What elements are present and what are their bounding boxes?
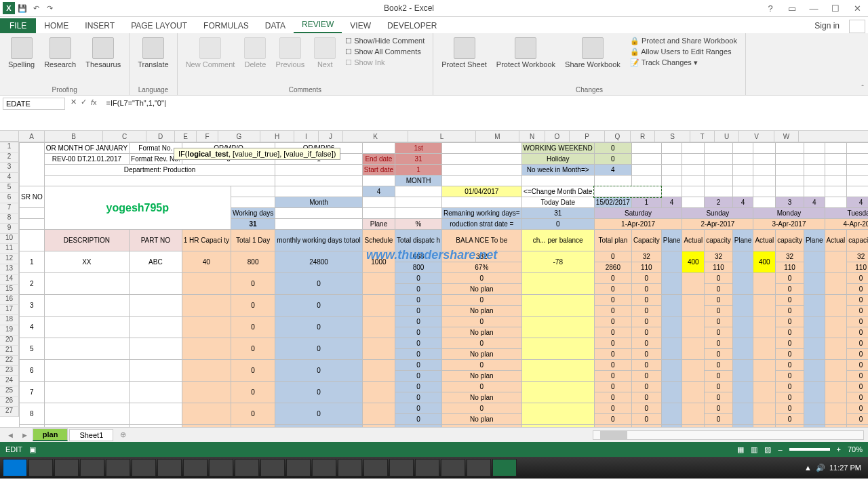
cell[interactable]: 0 bbox=[847, 349, 868, 360]
cell[interactable] bbox=[182, 382, 231, 403]
col-header[interactable]: C bbox=[103, 131, 146, 142]
cell[interactable]: 0 bbox=[776, 306, 804, 317]
cell[interactable]: 0 bbox=[395, 425, 442, 428]
cell[interactable] bbox=[753, 165, 776, 176]
col-header[interactable]: R bbox=[631, 131, 655, 142]
cell[interactable] bbox=[804, 403, 825, 425]
cell[interactable]: 4 bbox=[661, 197, 682, 208]
row-header[interactable]: 6 bbox=[0, 193, 19, 203]
cell[interactable]: Capacity bbox=[631, 230, 661, 251]
cell[interactable]: 0 bbox=[275, 403, 362, 425]
cell[interactable]: 0 bbox=[631, 425, 661, 428]
cell[interactable] bbox=[44, 295, 129, 317]
cell[interactable] bbox=[753, 403, 776, 425]
cell[interactable]: 0 bbox=[705, 392, 733, 403]
cell[interactable] bbox=[631, 154, 661, 165]
cell[interactable] bbox=[682, 317, 705, 338]
cell[interactable]: SR NO bbox=[20, 186, 45, 208]
cell[interactable] bbox=[631, 165, 661, 176]
cell[interactable] bbox=[682, 186, 705, 197]
cell[interactable]: 0 bbox=[395, 338, 442, 349]
col-header[interactable]: V bbox=[739, 131, 774, 142]
cell[interactable] bbox=[362, 360, 395, 382]
cell[interactable] bbox=[521, 295, 594, 317]
cell[interactable] bbox=[130, 403, 182, 425]
cell[interactable]: 32 bbox=[847, 251, 868, 262]
next-comment-button[interactable]: Next bbox=[311, 36, 338, 85]
redo-icon[interactable]: ↷ bbox=[43, 2, 56, 14]
cell[interactable]: 0 bbox=[594, 338, 631, 349]
maximize-icon[interactable]: ☐ bbox=[827, 3, 844, 14]
cell[interactable]: No plan bbox=[442, 414, 522, 425]
cell[interactable]: Today Date bbox=[521, 197, 594, 208]
tab-data[interactable]: DATA bbox=[257, 18, 294, 33]
cell[interactable] bbox=[130, 338, 182, 360]
cell[interactable] bbox=[44, 382, 129, 403]
protect-workbook-button[interactable]: Protect Workbook bbox=[494, 36, 558, 85]
row-header[interactable]: 22 bbox=[0, 356, 19, 366]
row-header[interactable]: 4 bbox=[0, 173, 19, 183]
cell[interactable] bbox=[682, 176, 705, 186]
cell[interactable] bbox=[732, 143, 753, 154]
cell[interactable]: 0 bbox=[705, 327, 733, 338]
start-button[interactable] bbox=[3, 459, 27, 476]
row-header[interactable]: 9 bbox=[0, 224, 19, 234]
cell[interactable] bbox=[804, 425, 825, 428]
cell[interactable]: PART NO bbox=[130, 230, 182, 251]
cell[interactable] bbox=[804, 360, 825, 382]
cell[interactable]: 0 bbox=[631, 349, 661, 360]
cell[interactable] bbox=[732, 176, 753, 186]
cell[interactable]: 0 bbox=[395, 327, 442, 338]
help-icon[interactable]: ? bbox=[762, 3, 778, 14]
taskbar-app[interactable] bbox=[157, 459, 182, 476]
cell[interactable] bbox=[753, 186, 776, 197]
cell[interactable]: Saturday bbox=[594, 208, 682, 219]
sheet-tab-plan[interactable]: plan bbox=[33, 428, 68, 441]
cell[interactable] bbox=[661, 425, 682, 428]
cell[interactable] bbox=[130, 425, 182, 428]
taskbar-app[interactable] bbox=[183, 459, 208, 476]
cell[interactable] bbox=[682, 382, 705, 403]
cell[interactable]: 0 bbox=[776, 382, 804, 392]
spelling-button[interactable]: Spelling bbox=[5, 36, 37, 85]
taskbar-app[interactable] bbox=[260, 459, 285, 476]
cell[interactable]: 0 bbox=[776, 327, 804, 338]
sheet-tab-sheet1[interactable]: Sheet1 bbox=[69, 429, 113, 441]
cell[interactable]: 0 bbox=[275, 317, 362, 338]
cell[interactable] bbox=[804, 273, 825, 295]
cell[interactable] bbox=[682, 295, 705, 317]
cell[interactable]: 0 bbox=[776, 349, 804, 360]
taskbar-app[interactable] bbox=[235, 459, 259, 476]
cell[interactable]: 0 bbox=[705, 371, 733, 382]
tab-view[interactable]: VIEW bbox=[342, 18, 379, 33]
col-header[interactable]: A bbox=[19, 131, 45, 142]
cell[interactable]: 0 bbox=[631, 295, 661, 306]
cell[interactable] bbox=[804, 382, 825, 403]
cell[interactable] bbox=[44, 317, 129, 338]
cell[interactable]: 0 bbox=[231, 425, 275, 428]
cell[interactable] bbox=[804, 317, 825, 338]
cell[interactable]: 0 bbox=[776, 414, 804, 425]
cell[interactable] bbox=[753, 317, 776, 338]
cell[interactable] bbox=[661, 317, 682, 338]
cell[interactable] bbox=[825, 251, 847, 273]
col-header[interactable]: B bbox=[45, 131, 103, 142]
cell[interactable] bbox=[661, 338, 682, 360]
cell[interactable] bbox=[521, 273, 594, 295]
cell[interactable]: 0 bbox=[442, 273, 522, 284]
new-sheet-icon[interactable]: ⊕ bbox=[115, 430, 132, 439]
taskbar-app[interactable] bbox=[28, 459, 53, 476]
cell[interactable] bbox=[395, 186, 442, 197]
cell[interactable]: 0 bbox=[231, 317, 275, 338]
cell[interactable]: Total plan bbox=[594, 230, 631, 251]
tab-home[interactable]: HOME bbox=[36, 18, 77, 33]
cell[interactable]: 31 bbox=[521, 208, 594, 219]
taskbar-excel[interactable] bbox=[492, 459, 517, 476]
cell[interactable] bbox=[442, 143, 522, 154]
h-scrollbar[interactable] bbox=[593, 430, 864, 440]
cell[interactable]: 0 bbox=[776, 360, 804, 371]
row-header[interactable]: 21 bbox=[0, 346, 19, 356]
macro-record-icon[interactable]: ▣ bbox=[29, 445, 36, 454]
cell[interactable]: No plan bbox=[442, 327, 522, 338]
cell[interactable] bbox=[825, 382, 847, 403]
